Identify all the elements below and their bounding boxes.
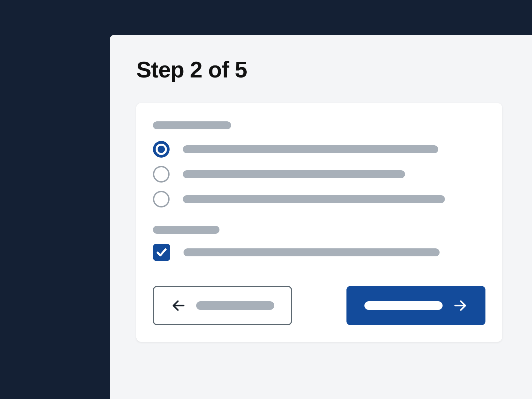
arrow-left-icon: [171, 298, 186, 313]
checkbox-label-placeholder: [184, 248, 440, 256]
option-label-placeholder: [183, 145, 438, 153]
radio-group-label: [153, 121, 231, 129]
radio-icon: [153, 191, 170, 207]
form-card: [136, 103, 502, 342]
wizard-button-row: [153, 286, 485, 325]
radio-icon: [153, 166, 170, 183]
option-label-placeholder: [183, 195, 445, 203]
step-title: Step 2 of 5: [136, 57, 247, 82]
option-label-placeholder: [183, 170, 405, 178]
back-button[interactable]: [153, 286, 292, 325]
radio-option-2[interactable]: [153, 166, 485, 183]
next-button[interactable]: [346, 286, 485, 325]
check-icon: [156, 246, 168, 258]
radio-option-1[interactable]: [153, 141, 485, 158]
arrow-right-icon: [453, 298, 468, 313]
next-button-label-placeholder: [364, 301, 443, 310]
checkbox-option-1[interactable]: [153, 244, 485, 261]
radio-option-3[interactable]: [153, 191, 485, 207]
wizard-panel: Step 2 of 5: [110, 35, 532, 399]
back-button-label-placeholder: [196, 301, 274, 310]
radio-icon: [153, 141, 170, 158]
checkbox-icon: [153, 244, 170, 261]
checkbox-group-label: [153, 226, 219, 234]
